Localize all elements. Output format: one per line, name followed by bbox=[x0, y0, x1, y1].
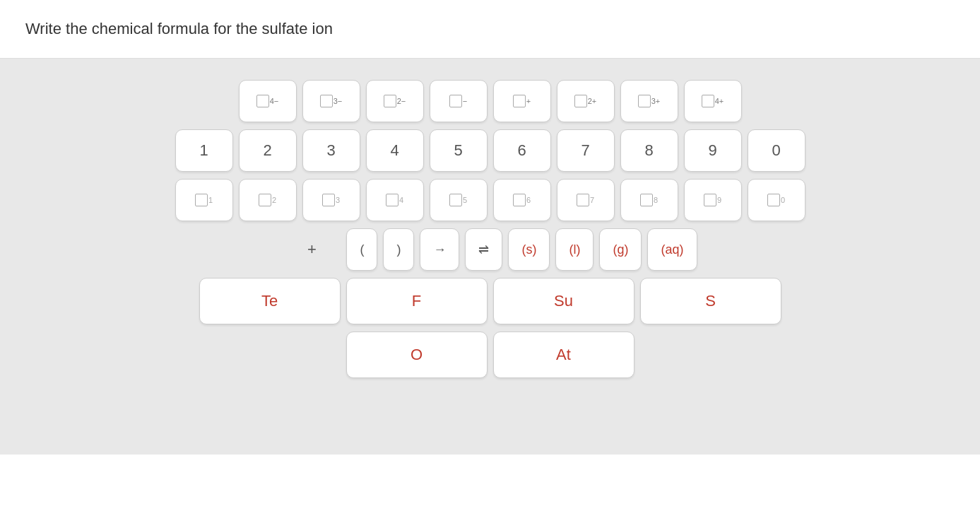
number-key-7[interactable]: 7 bbox=[557, 129, 615, 172]
symbol-row: + ( ) → ⇌ (s) (l) (g) (aq) bbox=[283, 228, 697, 271]
element-key-Su[interactable]: Su bbox=[493, 278, 634, 324]
element-key-S[interactable]: S bbox=[640, 278, 781, 324]
subscript-key-9[interactable]: 9 bbox=[684, 179, 742, 221]
number-key-4[interactable]: 4 bbox=[366, 129, 424, 172]
subscript-key-3[interactable]: 3 bbox=[302, 179, 360, 221]
charge-key-4minus[interactable]: 4− bbox=[239, 80, 297, 122]
element-row-2: O At bbox=[346, 332, 634, 378]
charge-row: 4− 3− 2− − + 2+ 3+ 4+ bbox=[239, 80, 742, 122]
symbol-solid[interactable]: (s) bbox=[508, 228, 550, 271]
charge-key-2minus[interactable]: 2− bbox=[366, 80, 424, 122]
symbol-aqueous[interactable]: (aq) bbox=[647, 228, 697, 271]
number-key-1[interactable]: 1 bbox=[175, 129, 233, 172]
number-key-5[interactable]: 5 bbox=[430, 129, 488, 172]
element-key-Te[interactable]: Te bbox=[199, 278, 341, 324]
subscript-key-7[interactable]: 7 bbox=[557, 179, 615, 221]
number-key-0[interactable]: 0 bbox=[748, 129, 805, 172]
subscript-key-5[interactable]: 5 bbox=[430, 179, 488, 221]
element-key-F[interactable]: F bbox=[346, 278, 488, 324]
charge-key-3minus[interactable]: 3− bbox=[302, 80, 360, 122]
charge-key-2plus[interactable]: 2+ bbox=[557, 80, 615, 122]
number-key-3[interactable]: 3 bbox=[302, 129, 360, 172]
subscript-key-2[interactable]: 2 bbox=[239, 179, 297, 221]
number-key-2[interactable]: 2 bbox=[239, 129, 297, 172]
number-row: 1 2 3 4 5 6 7 8 9 0 bbox=[175, 129, 805, 172]
element-row-1: Te F Su S bbox=[199, 278, 781, 324]
subscript-key-1[interactable]: 1 bbox=[175, 179, 233, 221]
subscript-key-8[interactable]: 8 bbox=[620, 179, 678, 221]
element-key-At[interactable]: At bbox=[493, 332, 634, 378]
subscript-key-4[interactable]: 4 bbox=[366, 179, 424, 221]
symbol-gas[interactable]: (g) bbox=[599, 228, 642, 271]
symbol-equilibrium[interactable]: ⇌ bbox=[465, 228, 502, 271]
symbol-liquid[interactable]: (l) bbox=[555, 228, 594, 271]
charge-key-4plus[interactable]: 4+ bbox=[684, 80, 742, 122]
subscript-key-0[interactable]: 0 bbox=[748, 179, 805, 221]
charge-key-minus[interactable]: − bbox=[430, 80, 488, 122]
number-key-9[interactable]: 9 bbox=[684, 129, 742, 172]
plus-static: + bbox=[283, 228, 341, 271]
keyboard-area: 4− 3− 2− − + 2+ 3+ 4+ 1 2 3 4 5 6 7 8 bbox=[0, 59, 980, 455]
question-area: Write the chemical formula for the sulfa… bbox=[0, 0, 980, 59]
subscript-row: 1 2 3 4 5 6 7 8 9 0 bbox=[175, 179, 805, 221]
symbol-open-paren[interactable]: ( bbox=[346, 228, 377, 271]
charge-key-plus[interactable]: + bbox=[493, 80, 551, 122]
question-text: Write the chemical formula for the sulfa… bbox=[25, 20, 333, 37]
number-key-8[interactable]: 8 bbox=[620, 129, 678, 172]
number-key-6[interactable]: 6 bbox=[493, 129, 551, 172]
subscript-key-6[interactable]: 6 bbox=[493, 179, 551, 221]
charge-key-3plus[interactable]: 3+ bbox=[620, 80, 678, 122]
symbol-arrow[interactable]: → bbox=[420, 228, 459, 271]
symbol-close-paren[interactable]: ) bbox=[383, 228, 414, 271]
element-key-O[interactable]: O bbox=[346, 332, 488, 378]
